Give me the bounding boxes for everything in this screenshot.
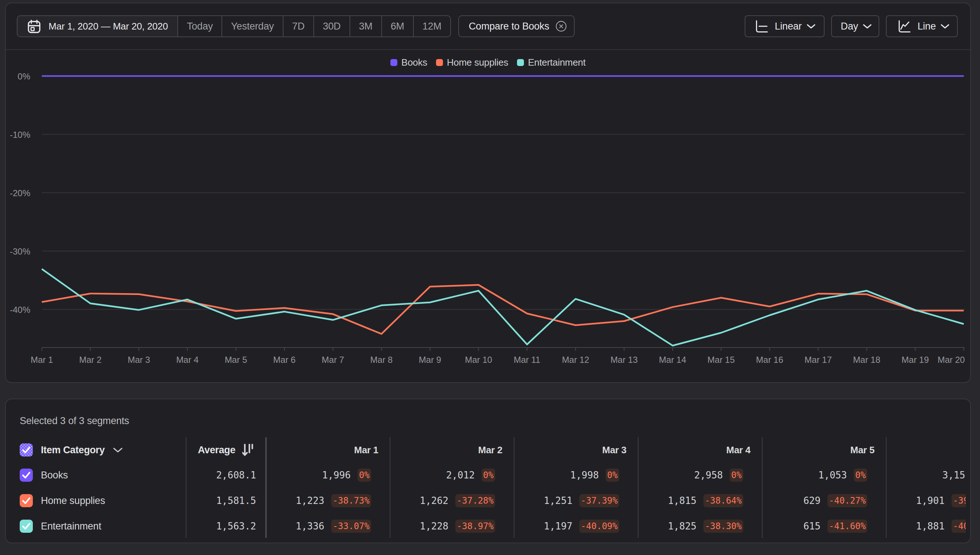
column-divider xyxy=(762,437,763,538)
percent-change-badge: 0% xyxy=(730,468,743,482)
percent-change-badge: -37.39% xyxy=(579,494,619,507)
row-checkbox[interactable] xyxy=(20,494,33,507)
x-axis-label: Mar 7 xyxy=(322,355,344,365)
x-axis-label: Mar 19 xyxy=(901,355,929,365)
percent-change-badge: 0% xyxy=(358,468,371,482)
select-all-checkbox[interactable] xyxy=(20,443,33,457)
column-header-item-category[interactable]: Item Category xyxy=(41,444,105,456)
percent-change-badge: -38.73% xyxy=(331,494,371,507)
x-axis-label: Mar 17 xyxy=(805,355,832,365)
column-header-day[interactable]: Mar 5 xyxy=(850,444,874,456)
x-axis-label: Mar 3 xyxy=(128,355,150,365)
series-line-entertainment[interactable] xyxy=(42,269,964,346)
day-value: 1,901 xyxy=(916,495,945,506)
day-value: 1,336 xyxy=(296,521,325,532)
check-icon xyxy=(21,496,31,505)
check-icon xyxy=(21,521,31,531)
table-header-row: Item CategoryAverageMar 1Mar 2Mar 3Mar 4… xyxy=(6,437,966,463)
x-axis-label: Mar 5 xyxy=(225,355,247,365)
column-divider xyxy=(886,437,887,538)
x-axis-label: Mar 16 xyxy=(756,355,783,365)
check-icon xyxy=(21,445,31,455)
x-axis-label: Mar 15 xyxy=(707,355,735,365)
column-divider xyxy=(390,437,390,538)
segment-label: Entertainment xyxy=(41,521,101,532)
y-axis-label: -10% xyxy=(10,130,30,140)
y-axis-label: -30% xyxy=(10,247,30,257)
x-axis-label: Mar 1 xyxy=(31,355,53,365)
percent-change-badge: -39.75% xyxy=(951,494,966,507)
day-value: 3,155 xyxy=(942,470,966,481)
percent-change-badge: -40.09% xyxy=(579,520,619,533)
percent-change-badge: -33.07% xyxy=(331,520,371,533)
day-value: 1,228 xyxy=(420,521,448,532)
column-header-day[interactable]: Mar 1 xyxy=(354,444,378,456)
y-axis-label: 0% xyxy=(18,72,30,81)
x-axis-label: Mar 4 xyxy=(176,355,199,365)
column-divider xyxy=(265,437,267,538)
table-row-entertainment: Entertainment1,563.21,336-33.07%1,228-38… xyxy=(6,513,966,539)
day-value: 1,197 xyxy=(544,521,572,532)
percent-change-badge: -37.28% xyxy=(455,494,495,507)
x-axis-label: Mar 11 xyxy=(514,355,540,365)
x-axis-label: Mar 14 xyxy=(659,355,686,365)
table-row-home-supplies: Home supplies1,581.51,223-38.73%1,262-37… xyxy=(6,488,966,513)
column-divider xyxy=(514,437,514,538)
segment-label: Home supplies xyxy=(41,495,105,507)
segments-table-panel: Selected 3 of 3 segments Item CategoryAv… xyxy=(5,399,971,543)
x-axis-label: Mar 12 xyxy=(562,355,589,365)
column-divider xyxy=(638,437,638,538)
percent-change-badge: -40.27% xyxy=(827,494,867,507)
row-checkbox[interactable] xyxy=(20,520,33,533)
segments-table: Item CategoryAverageMar 1Mar 2Mar 3Mar 4… xyxy=(6,437,966,539)
day-value: 629 xyxy=(803,495,821,506)
average-value: 1,563.2 xyxy=(216,521,256,532)
day-value: 2,958 xyxy=(694,470,723,481)
day-value: 1,053 xyxy=(818,470,847,481)
x-axis-label: Mar 9 xyxy=(419,355,441,365)
y-axis-label: -40% xyxy=(10,305,30,315)
percent-change-badge: -40.38% xyxy=(951,520,966,533)
selected-segments-text: Selected 3 of 3 segments xyxy=(20,415,129,427)
segments-table-scroll-area: Item CategoryAverageMar 1Mar 2Mar 3Mar 4… xyxy=(6,437,966,542)
percent-change-badge: -38.30% xyxy=(704,520,743,533)
x-axis-label: Mar 18 xyxy=(853,355,880,365)
percent-change-badge: -41.60% xyxy=(827,520,867,533)
column-header-day[interactable]: Mar 4 xyxy=(726,444,750,456)
x-axis-label: Mar 6 xyxy=(273,355,296,365)
percent-change-badge: -38.64% xyxy=(704,494,743,507)
column-divider xyxy=(186,437,186,538)
percent-change-badge: 0% xyxy=(482,468,495,482)
x-axis-label: Mar 13 xyxy=(610,355,638,365)
percent-change-badge: 0% xyxy=(606,468,619,482)
percent-change-badge: -38.97% xyxy=(455,520,495,533)
y-axis-label: -20% xyxy=(10,188,30,198)
column-header-day[interactable]: Mar 2 xyxy=(478,444,503,456)
x-axis-label: Mar 8 xyxy=(370,355,393,365)
day-value: 1,998 xyxy=(570,470,599,481)
segment-label: Books xyxy=(41,470,68,481)
check-icon xyxy=(21,470,31,480)
day-value: 1,825 xyxy=(668,521,697,532)
day-value: 1,996 xyxy=(322,470,350,481)
day-value: 1,262 xyxy=(420,495,448,506)
line-chart[interactable]: 0%-10%-20%-30%-40%Mar 1Mar 2Mar 3Mar 4Ma… xyxy=(6,3,970,380)
table-row-books: Books2,608.11,9960%2,0120%1,9980%2,9580%… xyxy=(6,462,966,488)
day-value: 1,223 xyxy=(296,495,325,506)
chevron-down-icon[interactable] xyxy=(113,447,123,453)
day-value: 2,012 xyxy=(446,470,475,481)
sort-descending-icon[interactable] xyxy=(242,443,253,457)
day-value: 615 xyxy=(803,521,821,532)
average-value: 2,608.1 xyxy=(216,470,256,481)
day-value: 1,815 xyxy=(668,495,697,506)
row-checkbox[interactable] xyxy=(20,468,33,482)
x-axis-label: Mar 10 xyxy=(465,355,492,365)
day-value: 1,881 xyxy=(916,521,945,532)
column-header-average[interactable]: Average xyxy=(198,444,235,456)
chart-panel: Mar 1, 2020 — Mar 20, 2020 TodayYesterda… xyxy=(5,3,971,383)
x-axis-label: Mar 2 xyxy=(79,355,101,365)
average-value: 1,581.5 xyxy=(216,495,256,506)
day-value: 1,251 xyxy=(544,495,572,506)
percent-change-badge: 0% xyxy=(854,468,867,482)
column-header-day[interactable]: Mar 3 xyxy=(602,444,627,456)
